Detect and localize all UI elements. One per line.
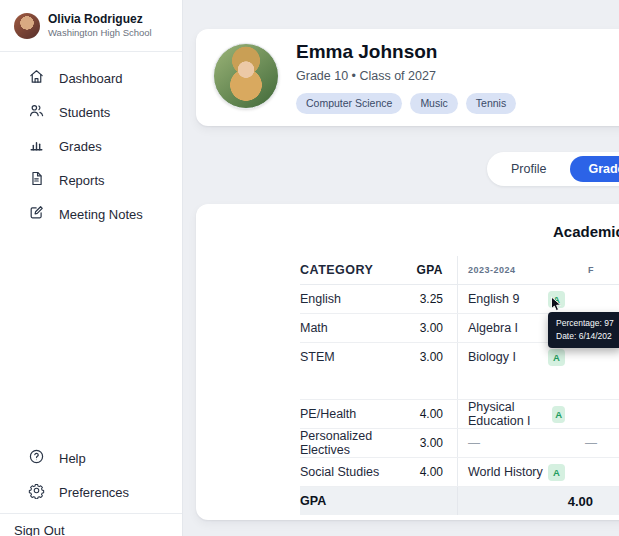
student-name: Emma Johnson: [296, 40, 516, 64]
sidebar-item-dashboard[interactable]: Dashboard: [0, 64, 182, 92]
col-category: Category: [300, 263, 410, 277]
row-gpa: 3.00: [410, 343, 457, 364]
row-category: Social Studies: [300, 465, 410, 479]
row-gpa: 4.00: [410, 407, 457, 421]
sidebar-item-reports[interactable]: Reports: [0, 166, 182, 194]
row-final-cell: [577, 343, 619, 399]
academic-card: Academic Category GPA 2023-2024 F Englis…: [196, 204, 619, 520]
users-icon: [28, 102, 45, 122]
sidebar-item-label: Students: [59, 105, 110, 120]
student-profile-card: Emma Johnson Grade 10 • Class of 2027 Co…: [196, 29, 619, 126]
grade-badge[interactable]: A: [548, 349, 565, 366]
row-course: Biology I: [468, 350, 516, 364]
row-gpa: 3.25: [410, 292, 457, 306]
table-row-stem: STEM 3.00 Biology IA: [300, 343, 619, 400]
grades-table-header: Category GPA 2023-2024 F: [300, 256, 619, 285]
sidebar-item-students[interactable]: Students: [0, 98, 182, 126]
user-name: Olivia Rodriguez: [48, 12, 152, 27]
grades-table: Category GPA 2023-2024 F English 3.25 En…: [300, 256, 619, 515]
row-course: English 9: [468, 292, 519, 306]
table-row-social-studies: Social Studies 4.00 World HistoryA: [300, 458, 619, 487]
sidebar-divider-top: [0, 51, 182, 52]
row-final-empty: —: [585, 436, 597, 450]
row-final-cell: [577, 400, 619, 428]
row-category: STEM: [300, 343, 410, 364]
tooltip-date: Date: 6/14/202: [556, 330, 614, 343]
table-row-pe-health: PE/Health 4.00 Physical Education IA: [300, 400, 619, 429]
sidebar-item-label: Meeting Notes: [59, 207, 143, 222]
row-category: Personalized Electives: [300, 429, 410, 457]
row-gpa: 3.00: [410, 321, 457, 335]
grade-badge[interactable]: A: [548, 464, 565, 481]
sidebar-item-preferences[interactable]: Preferences: [0, 479, 210, 505]
student-tags: Computer Science Music Tennis: [296, 93, 516, 114]
student-avatar: [213, 43, 279, 109]
sidebar: Olivia Rodriguez Washington High School …: [0, 0, 183, 536]
row-gpa: 3.00: [410, 436, 457, 450]
tag-chip: Computer Science: [296, 93, 402, 114]
sidebar-item-label: Grades: [59, 139, 102, 154]
sidebar-item-grades[interactable]: Grades: [0, 132, 182, 160]
sidebar-item-label: Dashboard: [59, 71, 123, 86]
help-icon: [28, 448, 45, 468]
row-category: PE/Health: [300, 407, 410, 421]
dashboard-icon: [28, 68, 45, 88]
row-category: English: [300, 292, 410, 306]
sidebar-divider-bottom: [0, 513, 182, 514]
row-final-cell: [577, 285, 619, 313]
col-final: F: [577, 256, 619, 284]
gear-icon: [28, 482, 45, 502]
tag-chip: Music: [410, 93, 457, 114]
sidebar-item-label: Help: [59, 451, 86, 466]
user-school: Washington High School: [48, 27, 152, 40]
gpa-summary-row: GPA 4.00: [300, 487, 619, 515]
sidebar-nav: Dashboard Students Grades Reports Meetin…: [0, 64, 182, 234]
sidebar-item-meeting-notes[interactable]: Meeting Notes: [0, 200, 182, 228]
row-course: Algebra I: [468, 321, 518, 335]
user-avatar: [14, 13, 40, 39]
mouse-cursor: [550, 296, 563, 317]
row-course: World History: [468, 465, 543, 479]
tooltip-percentage: Percentage: 97: [556, 317, 614, 330]
sidebar-item-help[interactable]: Help: [0, 445, 210, 471]
sign-out-button[interactable]: Sign Out: [14, 523, 65, 536]
sidebar-item-label: Reports: [59, 173, 105, 188]
edit-note-icon: [28, 204, 45, 224]
sidebar-item-label: Preferences: [59, 485, 129, 500]
tab-grades[interactable]: Grades: [570, 156, 619, 182]
grade-tooltip: Percentage: 97 Date: 6/14/202: [548, 312, 619, 348]
table-row-english: English 3.25 English 9A: [300, 285, 619, 314]
col-gpa: GPA: [410, 263, 457, 277]
table-row-personalized-electives: Personalized Electives 3.00 — —: [300, 429, 619, 458]
tag-chip: Tennis: [466, 93, 516, 114]
bar-chart-icon: [28, 136, 45, 156]
app-window: Olivia Rodriguez Washington High School …: [0, 0, 619, 536]
student-meta: Grade 10 • Class of 2027: [296, 67, 516, 85]
document-icon: [28, 170, 45, 190]
row-course: Physical Education I: [468, 400, 552, 428]
col-year-2023-2024: 2023-2024: [457, 256, 577, 284]
row-category: Math: [300, 321, 410, 335]
tab-profile[interactable]: Profile: [491, 162, 566, 176]
row-gpa: 4.00: [410, 465, 457, 479]
gpa-summary-label: GPA: [300, 494, 410, 508]
academic-heading: Academic: [553, 223, 619, 240]
row-course-empty: —: [468, 436, 480, 450]
grade-badge[interactable]: A: [552, 406, 565, 423]
profile-grades-tab-group: Profile Grades: [487, 152, 619, 186]
current-user[interactable]: Olivia Rodriguez Washington High School: [14, 12, 152, 40]
gpa-summary-value: 4.00: [457, 487, 619, 515]
row-final-cell: [577, 458, 619, 486]
